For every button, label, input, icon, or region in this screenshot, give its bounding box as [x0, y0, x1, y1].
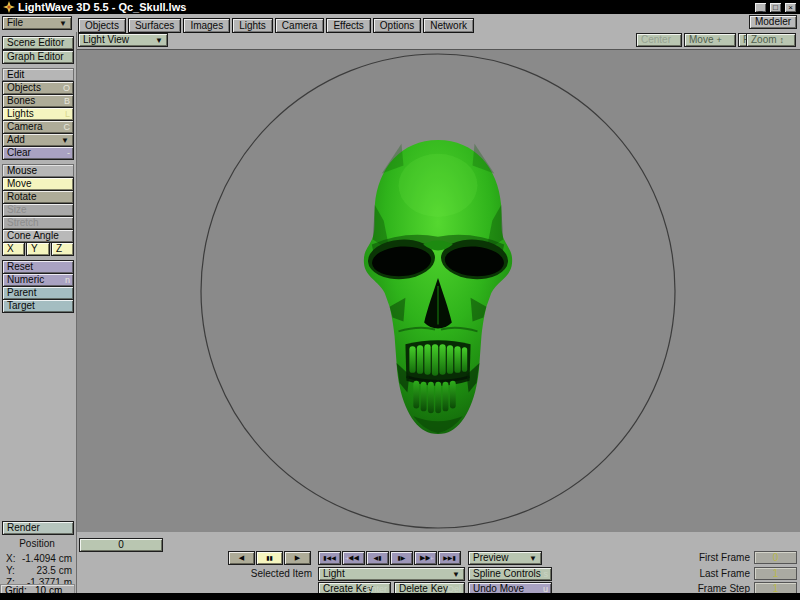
- tab-options[interactable]: Options: [373, 18, 421, 33]
- view-selector-dropdown[interactable]: Light View ▼: [78, 33, 168, 47]
- skull-model: [344, 134, 532, 438]
- previous-key-button[interactable]: + ◀◀: [342, 551, 365, 565]
- center-view-button[interactable]: Center: [636, 33, 682, 47]
- preview-dropdown[interactable]: Preview ▼: [468, 551, 542, 565]
- close-button[interactable]: ×: [784, 2, 797, 13]
- move-view-button[interactable]: Move+: [684, 33, 736, 47]
- mouse-move-button[interactable]: Move: [2, 177, 74, 191]
- panel-tabs: ObjectsSurfacesImagesLightsCameraEffects…: [78, 15, 598, 31]
- viewport-light-view[interactable]: [77, 49, 800, 532]
- chevron-down-icon: ▼: [529, 553, 537, 565]
- tab-images[interactable]: Images: [183, 18, 230, 33]
- timeline-panel: 0 ◀ ▮▮ ▶ ▮◀◀ + ◀◀ ◀▮ ▮▶ ▶▶ + ▶▶▮ Preview…: [77, 532, 800, 593]
- play-reverse-button[interactable]: ◀: [228, 551, 255, 565]
- play-forward-button[interactable]: ▶: [284, 551, 311, 565]
- position-x-value: -1.4094 cm: [10, 553, 72, 564]
- numeric-button[interactable]: Numericn: [2, 273, 74, 287]
- parent-button[interactable]: Parent: [2, 286, 74, 300]
- left-toolbar: Scene Editor Graph Editor Edit ObjectsO …: [0, 32, 76, 593]
- graph-editor-button[interactable]: Graph Editor: [2, 50, 74, 64]
- spline-controls-button[interactable]: Spline Controls s: [468, 567, 552, 581]
- move-arrows-icon: +: [716, 35, 721, 45]
- first-frame-field[interactable]: 0: [754, 551, 797, 564]
- current-frame-field[interactable]: 0: [79, 538, 163, 552]
- title-bar: LightWave 3D 5.5 - Qc_Skull.lws _ □ ×: [0, 0, 800, 14]
- render-button[interactable]: Render: [2, 521, 74, 535]
- pause-button[interactable]: ▮▮: [256, 551, 283, 565]
- tab-effects[interactable]: Effects: [326, 18, 370, 33]
- target-button[interactable]: Target: [2, 299, 74, 313]
- last-frame-field[interactable]: 1: [754, 567, 797, 580]
- scene-editor-button[interactable]: Scene Editor: [2, 36, 74, 50]
- zoom-updown-icon: ↕: [780, 35, 785, 45]
- maximize-button[interactable]: □: [769, 2, 782, 13]
- chevron-down-icon: ▼: [59, 18, 67, 30]
- lightwave-icon: [3, 1, 15, 13]
- next-key-button[interactable]: ▶▶ +: [414, 551, 437, 565]
- axis-x-button[interactable]: X: [2, 242, 25, 256]
- edit-objects-button[interactable]: ObjectsO: [2, 81, 74, 95]
- clear-button[interactable]: Clear-: [2, 146, 74, 160]
- edit-lights-button[interactable]: LightsL: [2, 107, 74, 121]
- tab-objects[interactable]: Objects: [78, 18, 126, 33]
- bottom-strip: [0, 593, 800, 600]
- file-menu-dropdown[interactable]: File ▼: [2, 16, 72, 30]
- position-y-value: 23.5 cm: [10, 565, 72, 576]
- add-dropdown[interactable]: Add▼: [2, 133, 74, 147]
- edit-section-header: Edit: [2, 68, 74, 81]
- step-back-button[interactable]: ◀▮: [366, 551, 389, 565]
- window-title: LightWave 3D 5.5 - Qc_Skull.lws: [18, 0, 186, 14]
- zoom-view-button[interactable]: Zoom↕: [746, 33, 796, 47]
- tab-surfaces[interactable]: Surfaces: [128, 18, 181, 33]
- mouse-size-button: Size: [2, 203, 74, 217]
- modeler-button[interactable]: Modeler: [749, 15, 797, 29]
- position-title: Position: [0, 538, 74, 549]
- mouse-section-header: Mouse: [2, 164, 74, 177]
- reset-button[interactable]: Reset: [2, 260, 74, 274]
- axis-y-button[interactable]: Y: [26, 242, 50, 256]
- edit-camera-button[interactable]: CameraC: [2, 120, 74, 134]
- chevron-down-icon: ▼: [155, 35, 163, 47]
- axis-z-button[interactable]: Z: [51, 242, 74, 256]
- selected-item-label: Selected Item: [207, 567, 312, 580]
- go-to-end-button[interactable]: ▶▶▮: [438, 551, 461, 565]
- first-frame-label: First Frame: [667, 551, 750, 564]
- selected-item-dropdown[interactable]: Light ▼: [318, 567, 465, 581]
- tab-camera[interactable]: Camera: [275, 18, 325, 33]
- edit-bones-button[interactable]: BonesB: [2, 94, 74, 108]
- tab-network[interactable]: Network: [423, 18, 474, 33]
- mouse-stretch-button: Stretch: [2, 216, 74, 230]
- cone-angle-button[interactable]: Cone Angle: [2, 229, 74, 243]
- go-to-start-button[interactable]: ▮◀◀: [318, 551, 341, 565]
- tab-lights[interactable]: Lights: [232, 18, 273, 33]
- last-frame-label: Last Frame: [667, 567, 750, 580]
- mouse-rotate-button[interactable]: Rotate: [2, 190, 74, 204]
- step-forward-button[interactable]: ▮▶: [390, 551, 413, 565]
- chevron-down-icon: ▼: [452, 569, 460, 581]
- minimize-button[interactable]: _: [754, 2, 767, 13]
